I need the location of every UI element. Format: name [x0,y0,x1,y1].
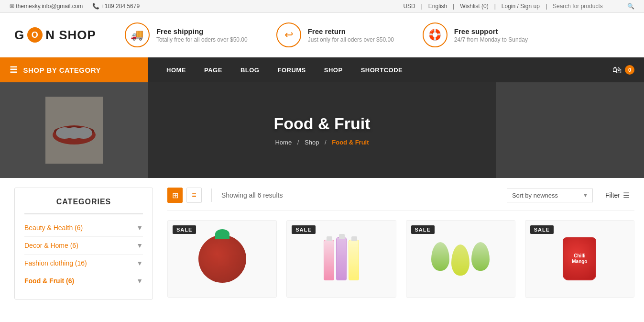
product-card-3[interactable]: SALE [406,220,515,298]
nav-forums[interactable]: FORUMS [269,57,314,82]
hamburger-icon: ☰ [10,65,18,75]
shop-by-category-button[interactable]: ☰ SHOP BY CATEGORY [0,57,148,82]
feature-support: 🛟 Free support 24/7 from Monday to Sunda… [423,22,528,47]
truck-icon: 🚚 [125,22,150,47]
feature-shipping: 🚚 Free shipping Totally free for all ode… [125,22,248,47]
category-item-decor[interactable]: Decor & Home (6) ▼ [24,237,143,255]
filter-icon: ☰ [623,191,630,200]
product-img-2: SALE [287,221,395,297]
feature-support-text: Free support 24/7 from Monday to Sunday [454,27,528,43]
filter-button[interactable]: Filter ☰ [600,188,634,203]
nav-bar: ☰ SHOP BY CATEGORY HOME PAGE BLOG FORUMS… [0,57,644,82]
product-img-4: SALE ChilliMango [525,221,634,297]
category-item-food[interactable]: Food & Fruit (6) ▼ [24,272,143,289]
product-img-3: SALE [406,221,515,297]
feature-shipping-text: Free shipping Totally free for all oders… [156,27,248,43]
currency-selector[interactable]: USD [403,3,415,10]
chili-label: ChilliMango [572,253,587,265]
top-bar-right: USD | English | Wishlist (0) | Login / S… [403,3,634,10]
product-card-2[interactable]: SALE [286,220,396,298]
main-content: CATEGORIES Beauty & Health (6) ▼ Decor &… [0,178,644,309]
category-item-beauty[interactable]: Beauty & Health (6) ▼ [24,219,143,237]
category-food-arrow: ▼ [136,277,143,285]
feature-return: ↩ Free return Just only for all oders ov… [276,22,394,47]
logo-prefix: G [14,28,24,43]
nav-shop[interactable]: SHOP [316,57,351,82]
category-item-fashion[interactable]: Fashion clothing (16) ▼ [24,255,143,272]
separator: | [494,3,496,10]
breadcrumb: Home / Shop / Food & Fruit [273,139,370,146]
shop-by-category-label: SHOP BY CATEGORY [23,66,101,74]
nav-links: HOME PAGE BLOG FORUMS SHOP SHORTCODE [148,57,603,82]
sidebar: CATEGORIES Beauty & Health (6) ▼ Decor &… [0,188,163,300]
view-buttons: ⊞ ≡ [167,188,202,203]
categories-title: CATEGORIES [24,198,143,214]
results-count: Showing all 6 results [221,191,499,199]
feature-return-subtitle: Just only for all oders over $50.00 [308,36,394,43]
logo-circle: O [27,27,43,43]
product-card-1[interactable]: SALE [167,220,277,298]
category-fashion-link[interactable]: Fashion clothing (16) [24,259,87,267]
product-card-4[interactable]: SALE ChilliMango [525,220,634,298]
sale-badge-4: SALE [530,225,554,234]
category-beauty-link[interactable]: Beauty & Health (6) [24,224,83,232]
login-link[interactable]: Login / Sign up [502,3,540,10]
logo[interactable]: GON SHOP [14,27,96,43]
bottles-img [324,237,359,280]
feature-support-title: Free support [454,27,528,35]
feature-return-text: Free return Just only for all oders over… [308,27,394,43]
category-beauty-arrow: ▼ [136,224,143,232]
pomegranate-img [198,235,246,283]
nav-shortcode[interactable]: SHORTCODE [352,57,412,82]
breadcrumb-sep1: / [297,139,301,146]
categories-box: CATEGORIES Beauty & Health (6) ▼ Decor &… [14,188,153,300]
phone-icon: 📞 [92,3,101,10]
products-grid: SALE SALE SALE [167,220,634,298]
header: GON SHOP 🚚 Free shipping Totally free fo… [0,13,644,57]
feature-items: 🚚 Free shipping Totally free for all ode… [125,22,630,47]
list-view-button[interactable]: ≡ [186,188,202,203]
sale-badge-1: SALE [173,225,196,234]
breadcrumb-home[interactable]: Home [275,139,292,146]
sort-select[interactable]: Sort by newness Sort by price: low to hi… [507,189,593,202]
cart-count: 0 [625,65,634,75]
products-area: ⊞ ≡ Showing all 6 results Sort by newnes… [163,188,644,300]
search-icon[interactable]: 🔍 [627,3,634,10]
feature-support-subtitle: 24/7 from Monday to Sunday [454,36,528,43]
sort-wrapper: Sort by newness Sort by price: low to hi… [507,189,593,202]
email-icon: ✉ [10,3,16,10]
nav-home[interactable]: HOME [158,57,195,82]
separator: | [546,3,547,10]
cart-area[interactable]: 🛍 0 [603,65,644,76]
logo-suffix: N SHOP [45,28,96,43]
category-decor-link[interactable]: Decor & Home (6) [24,242,78,249]
hero-section: Food & Fruit Home / Shop / Food & Fruit [0,82,644,178]
category-fashion-arrow: ▼ [136,259,143,267]
category-decor-arrow: ▼ [136,242,143,249]
hero-text: Food & Fruit Home / Shop / Food & Fruit [273,114,370,146]
search-area: 🔍 [553,3,634,10]
return-icon: ↩ [276,22,301,47]
pears-img [431,242,490,276]
search-input[interactable] [553,3,624,10]
wishlist-link[interactable]: Wishlist (0) [460,3,488,10]
nav-page[interactable]: PAGE [196,57,231,82]
grid-view-button[interactable]: ⊞ [167,188,183,203]
support-icon: 🛟 [423,22,448,47]
email-contact: ✉ themesky.info@gmail.com [10,3,83,10]
feature-shipping-title: Free shipping [156,27,248,35]
phone-contact: 📞 +189 284 5679 [92,3,140,10]
toolbar-separator [211,189,212,202]
category-food-link[interactable]: Food & Fruit (6) [24,277,74,285]
top-bar: ✉ themesky.info@gmail.com 📞 +189 284 567… [0,0,644,13]
chili-jar-img: ChilliMango [563,237,596,280]
feature-return-title: Free return [308,27,394,35]
separator: | [421,3,423,10]
nav-blog[interactable]: BLOG [232,57,268,82]
product-img-1: SALE [168,221,276,297]
language-selector[interactable]: English [428,3,447,10]
cart-icon: 🛍 [612,65,622,76]
breadcrumb-current: Food & Fruit [332,139,369,146]
breadcrumb-shop[interactable]: Shop [305,139,319,146]
top-bar-left: ✉ themesky.info@gmail.com 📞 +189 284 567… [10,3,140,10]
